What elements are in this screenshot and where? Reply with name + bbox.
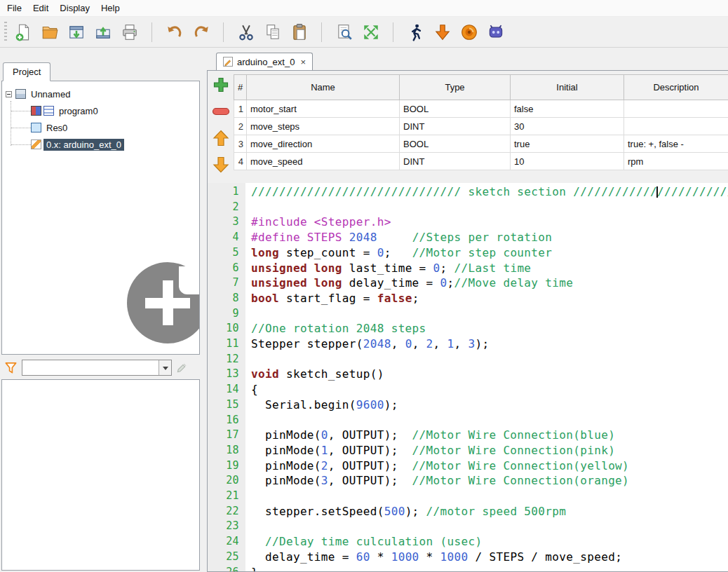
- cell-num[interactable]: 4: [234, 153, 247, 170]
- tree-item-res0[interactable]: Res0: [2, 119, 199, 136]
- undo-button[interactable]: [161, 19, 188, 46]
- column-header-initial[interactable]: Initial: [511, 75, 624, 100]
- tree-item-label[interactable]: Unnamed: [28, 88, 73, 100]
- code-line[interactable]: 20 pinMode(3, OUTPUT); //Motor Wire Conn…: [208, 473, 728, 489]
- tree-item-0-x-arduino-ext-0[interactable]: 0.x: arduino_ext_0: [2, 136, 199, 153]
- code-line[interactable]: 23: [208, 519, 728, 534]
- code-line[interactable]: 22 stepper.setSpeed(500); //motor speed …: [208, 504, 728, 519]
- code-line[interactable]: 14{: [208, 382, 728, 397]
- cell-name[interactable]: move_direction: [247, 135, 400, 153]
- variable-row[interactable]: 3move_directionBOOLtruetrue: +, false -: [234, 135, 728, 153]
- cell-type[interactable]: DINT: [400, 118, 511, 135]
- add-variable-button[interactable]: [211, 75, 231, 95]
- code-editor[interactable]: 1////////////////////////////// sketch s…: [208, 183, 728, 571]
- save-button[interactable]: [63, 19, 90, 46]
- code-line[interactable]: 16: [208, 413, 728, 428]
- variable-row[interactable]: 1motor_startBOOLfalse: [234, 100, 728, 118]
- column-header-num[interactable]: #: [234, 75, 247, 100]
- variable-row[interactable]: 2move_stepsDINT30: [234, 118, 728, 135]
- cell-type[interactable]: DINT: [400, 153, 511, 170]
- code-line[interactable]: 9: [208, 306, 728, 322]
- code-line[interactable]: 10//One rotation 2048 steps: [208, 321, 728, 336]
- run-icon: [407, 23, 425, 41]
- cell-type[interactable]: BOOL: [400, 100, 511, 118]
- cell-num[interactable]: 3: [234, 135, 247, 153]
- code-line[interactable]: 21: [208, 489, 728, 504]
- code-text: pinMode(0, OUTPUT); //Motor Wire Connect…: [245, 428, 615, 443]
- expander-icon[interactable]: [6, 91, 12, 97]
- code-line[interactable]: 17 pinMode(0, OUTPUT); //Motor Wire Conn…: [208, 428, 728, 443]
- cell-description[interactable]: [624, 118, 728, 135]
- cell-description[interactable]: [624, 100, 728, 118]
- cell-name[interactable]: move_steps: [247, 118, 400, 135]
- tree-item-label[interactable]: 0.x: arduino_ext_0: [43, 139, 124, 151]
- code-line[interactable]: 12: [208, 352, 728, 367]
- tab-arduino-ext-0[interactable]: arduino_ext_0 ×: [216, 53, 313, 70]
- code-line[interactable]: 24 //Delay time culculation (usec): [208, 534, 728, 550]
- cell-num[interactable]: 2: [234, 118, 247, 135]
- tab-close-button[interactable]: ×: [300, 57, 306, 67]
- code-line[interactable]: 15 Serial.begin(9600);: [208, 397, 728, 413]
- menu-help[interactable]: Help: [95, 1, 126, 15]
- run-simulation-button[interactable]: [403, 19, 429, 46]
- menu-edit[interactable]: Edit: [27, 1, 54, 15]
- variable-row[interactable]: 4move_speedDINT10rpm: [234, 153, 728, 170]
- transfer-button[interactable]: [429, 19, 456, 46]
- tab-project[interactable]: Project: [3, 62, 50, 81]
- code-line[interactable]: 13void sketch_setup(): [208, 367, 728, 382]
- delete-variable-button[interactable]: [211, 102, 231, 121]
- tree-item-label[interactable]: program0: [56, 105, 101, 117]
- tree-item-unnamed[interactable]: Unnamed: [2, 86, 199, 102]
- print-button[interactable]: [116, 19, 143, 46]
- open-project-button[interactable]: [36, 19, 63, 46]
- fullscreen-button[interactable]: [358, 19, 384, 46]
- code-line[interactable]: 25 delay_time = 60 * 1000 * 1000 / STEPS…: [208, 550, 728, 565]
- menu-display[interactable]: Display: [54, 1, 95, 15]
- cell-description[interactable]: true: +, false -: [624, 135, 728, 153]
- code-line[interactable]: 4#define STEPS 2048 //Steps per rotation: [208, 230, 728, 245]
- move-variable-up-button[interactable]: [211, 128, 231, 148]
- cell-initial[interactable]: true: [511, 135, 624, 153]
- code-line[interactable]: 11Stepper stepper(2048, 0, 2, 1, 3);: [208, 336, 728, 352]
- search-button[interactable]: [331, 19, 358, 46]
- copy-button[interactable]: [259, 19, 286, 46]
- build-button[interactable]: [456, 19, 483, 46]
- line-number: 22: [208, 504, 245, 519]
- project-search-combobox[interactable]: [22, 360, 172, 376]
- code-line[interactable]: 18 pinMode(1, OUTPUT); //Motor Wire Conn…: [208, 443, 728, 458]
- code-line[interactable]: 19 pinMode(2, OUTPUT); //Motor Wire Conn…: [208, 458, 728, 474]
- cell-initial[interactable]: 10: [511, 153, 624, 170]
- cell-initial[interactable]: 30: [511, 118, 624, 135]
- cut-button[interactable]: [233, 19, 259, 46]
- cell-description[interactable]: rpm: [624, 153, 728, 170]
- cell-initial[interactable]: false: [511, 100, 624, 118]
- column-header-description[interactable]: Description: [624, 75, 728, 100]
- menu-file[interactable]: File: [1, 1, 27, 15]
- connect-button[interactable]: [483, 19, 509, 46]
- plus-icon: [212, 76, 230, 94]
- cell-name[interactable]: move_speed: [247, 153, 400, 170]
- move-variable-down-button[interactable]: [211, 155, 231, 175]
- code-line[interactable]: 26}: [208, 565, 728, 571]
- code-line[interactable]: 6unsigned long last_time = 0; //Last tim…: [208, 261, 728, 276]
- search-input[interactable]: [22, 360, 159, 375]
- code-text: [245, 519, 251, 534]
- tree-item-program0[interactable]: program0: [2, 102, 199, 119]
- code-line[interactable]: 1////////////////////////////// sketch s…: [208, 184, 728, 200]
- redo-button[interactable]: [188, 19, 215, 46]
- cell-type[interactable]: BOOL: [400, 135, 511, 153]
- code-line[interactable]: 5long step_count = 0; //Motor step count…: [208, 245, 728, 261]
- code-line[interactable]: 7unsigned long delay_time = 0;//Move del…: [208, 275, 728, 291]
- paste-button[interactable]: [286, 19, 313, 46]
- column-header-name[interactable]: Name: [247, 75, 400, 100]
- save-as-button[interactable]: [90, 19, 116, 46]
- code-line[interactable]: 3#include <Stepper.h>: [208, 214, 728, 230]
- combo-dropdown-button[interactable]: [159, 360, 171, 375]
- tree-item-label[interactable]: Res0: [43, 122, 70, 134]
- code-line[interactable]: 2: [208, 200, 728, 215]
- cell-name[interactable]: motor_start: [247, 100, 400, 118]
- column-header-type[interactable]: Type: [400, 75, 511, 100]
- new-file-button[interactable]: [10, 19, 36, 46]
- code-line[interactable]: 8bool start_flag = false;: [208, 291, 728, 306]
- cell-num[interactable]: 1: [234, 100, 247, 118]
